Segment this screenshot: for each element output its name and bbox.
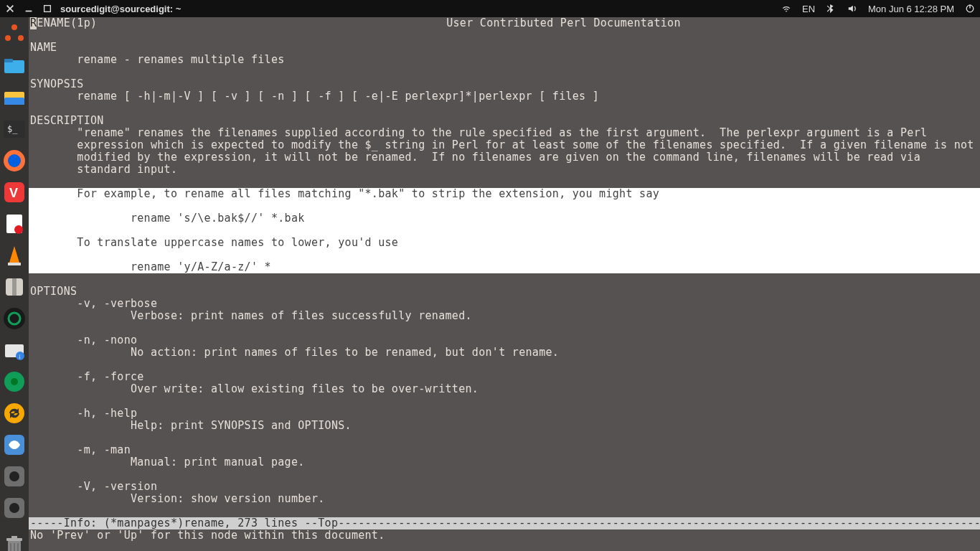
emacs-modeline: -----Info: (*manpages*)rename, 273 lines… xyxy=(29,517,980,529)
main-row: $_ V ↓ RENAME(1p) User Contributed Perl … xyxy=(0,17,980,551)
emacs-minibuffer: No 'Prev' or 'Up' for this node within t… xyxy=(29,529,980,542)
close-icon[interactable] xyxy=(4,3,16,14)
man-header-center: User Contributed Perl Documentation xyxy=(446,17,681,29)
svg-point-24 xyxy=(4,308,25,329)
svg-point-34 xyxy=(9,471,19,481)
trash-icon[interactable] xyxy=(0,532,29,551)
svg-rect-1 xyxy=(44,6,51,12)
svg-text:V: V xyxy=(9,186,18,200)
man-header-left: ENAME(1p) xyxy=(37,17,97,29)
opt-m-desc: Manual: print manual page. xyxy=(29,456,980,468)
opt-f-flag: -f, -force xyxy=(29,371,980,383)
section-name-title: NAME xyxy=(29,42,980,54)
app-icon-grey-1[interactable] xyxy=(0,463,29,489)
svg-rect-11 xyxy=(4,98,24,105)
desc-line-4: standard input. xyxy=(29,164,980,176)
svg-point-7 xyxy=(18,35,24,41)
svg-rect-3 xyxy=(969,4,970,8)
svg-marker-20 xyxy=(9,246,19,263)
terminal-content[interactable]: RENAME(1p) User Contributed Perl Documen… xyxy=(29,17,980,551)
obs-app-icon[interactable] xyxy=(0,306,29,331)
section-name-body: rename - renames multiple files xyxy=(29,54,980,66)
launcher-dock: $_ V ↓ xyxy=(0,17,29,551)
app-icon-grey-2[interactable] xyxy=(0,495,29,521)
section-synopsis-title: SYNOPSIS xyxy=(29,78,980,90)
topbar-right-group: EN Mon Jun 6 12:28 PM xyxy=(781,3,976,14)
svg-point-30 xyxy=(11,378,18,385)
volume-icon[interactable] xyxy=(847,3,858,14)
app-icon-blue[interactable] xyxy=(0,432,29,458)
files-app-icon[interactable] xyxy=(0,53,29,79)
firefox-app-icon[interactable] xyxy=(0,148,29,174)
svg-rect-23 xyxy=(12,278,17,296)
archive-app-icon[interactable] xyxy=(0,274,29,300)
opt-n-flag: -n, -nono xyxy=(29,334,980,347)
section-options-title: OPTIONS xyxy=(29,286,980,298)
opt-f-desc: Over write: allow existing files to be o… xyxy=(29,383,980,395)
wifi-icon[interactable] xyxy=(781,3,792,14)
desc-line-1: "rename" renames the filenames supplied … xyxy=(29,127,980,139)
svg-point-5 xyxy=(11,24,17,30)
desc-line-3: modified by the expression, it will not … xyxy=(29,151,980,164)
svg-rect-0 xyxy=(26,11,32,12)
opt-n-desc: No action: print names of files to be re… xyxy=(29,347,980,359)
power-icon[interactable] xyxy=(964,3,976,14)
window-title: sourcedigit@sourcedigit: ~ xyxy=(60,4,181,14)
software-app-icon[interactable]: ↓ xyxy=(0,337,29,363)
opt-h-desc: Help: print SYNOPSIS and OPTIONS. xyxy=(29,420,980,432)
example-translate: To translate uppercase names to lower, y… xyxy=(29,237,980,249)
minimize-icon[interactable] xyxy=(23,3,34,14)
vivaldi-app-icon[interactable]: V xyxy=(0,179,29,205)
bluetooth-icon[interactable] xyxy=(825,3,837,14)
nautilus-app-icon[interactable] xyxy=(0,85,29,110)
opt-h-flag: -h, -help xyxy=(29,408,980,420)
example-intro: For example, to rename all files matchin… xyxy=(29,188,980,200)
opt-V-desc: Version: show version number. xyxy=(29,493,980,505)
example-cmd-1: rename 's/\e.bak$//' *.bak xyxy=(29,212,980,225)
cursor: R xyxy=(30,17,37,29)
svg-point-15 xyxy=(8,154,21,167)
show-apps-button[interactable] xyxy=(0,22,29,47)
svg-point-36 xyxy=(9,503,19,513)
gedit-app-icon[interactable] xyxy=(0,211,29,237)
section-synopsis-body: rename [ -h|-m|-V ] [ -v ] [ -n ] [ -f ]… xyxy=(29,90,980,103)
section-description-title: DESCRIPTION xyxy=(29,115,980,127)
sync-app-icon[interactable] xyxy=(0,400,29,426)
desc-line-2: expression which is expected to modify t… xyxy=(29,139,980,151)
terminal-app-icon[interactable]: $_ xyxy=(0,116,29,142)
man-header-row: RENAME(1p) User Contributed Perl Documen… xyxy=(29,17,980,29)
opt-v-flag: -v, -verbose xyxy=(29,298,980,310)
terminal-window[interactable]: RENAME(1p) User Contributed Perl Documen… xyxy=(29,17,980,551)
svg-text:↓: ↓ xyxy=(18,352,22,360)
svg-text:$_: $_ xyxy=(7,124,18,134)
highlighted-region: For example, to rename all files matchin… xyxy=(29,188,980,273)
svg-rect-39 xyxy=(11,536,17,539)
settings-app-icon[interactable] xyxy=(0,369,29,395)
svg-rect-9 xyxy=(4,59,13,62)
svg-point-6 xyxy=(5,35,11,41)
opt-m-flag: -m, -man xyxy=(29,444,980,456)
maximize-icon[interactable] xyxy=(42,3,53,14)
datetime[interactable]: Mon Jun 6 12:28 PM xyxy=(868,4,954,14)
svg-point-19 xyxy=(14,225,23,234)
topbar-left-group: sourcedigit@sourcedigit: ~ xyxy=(4,3,181,14)
opt-V-flag: -V, -version xyxy=(29,481,980,493)
svg-rect-21 xyxy=(8,263,21,265)
input-language[interactable]: EN xyxy=(802,4,815,14)
vlc-app-icon[interactable] xyxy=(0,242,29,268)
top-bar: sourcedigit@sourcedigit: ~ EN Mon Jun 6 … xyxy=(0,0,980,17)
opt-v-desc: Verbose: print names of files successful… xyxy=(29,310,980,322)
example-cmd-2: rename 'y/A-Z/a-z/' * xyxy=(29,261,980,273)
